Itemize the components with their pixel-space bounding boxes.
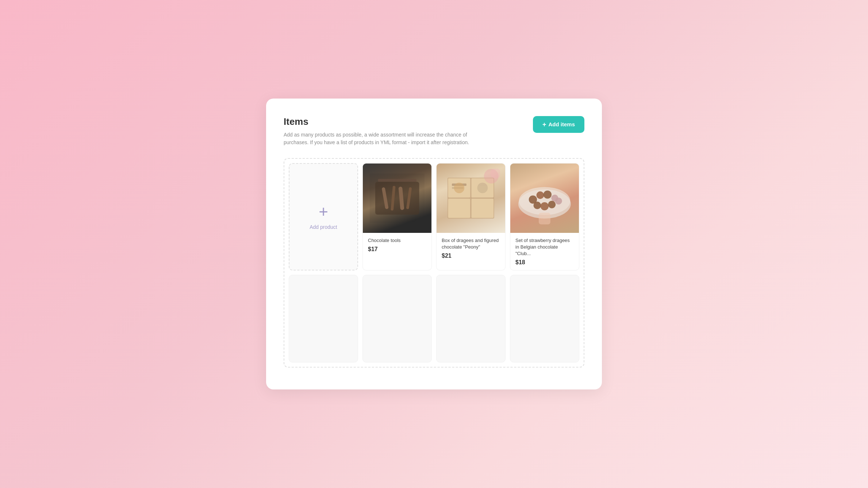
add-items-label: Add items bbox=[548, 121, 575, 127]
product-price-2: $21 bbox=[442, 253, 500, 259]
products-grid-container: + Add product bbox=[284, 158, 584, 368]
product-image-dragees bbox=[437, 164, 505, 233]
product-info-3: Set of strawberry dragees in Belgian cho… bbox=[510, 233, 579, 270]
product-name-3: Set of strawberry dragees in Belgian cho… bbox=[515, 237, 574, 257]
product-card-2[interactable]: Box of dragees and figured chocolate "Pe… bbox=[436, 163, 506, 271]
add-product-icon: + bbox=[319, 204, 328, 220]
svg-point-21 bbox=[537, 191, 544, 199]
svg-rect-11 bbox=[472, 199, 494, 218]
svg-rect-6 bbox=[370, 173, 425, 223]
product-card-1[interactable]: Chocolate tools $17 bbox=[362, 163, 432, 271]
svg-point-15 bbox=[477, 182, 488, 193]
product-price-3: $18 bbox=[515, 259, 574, 266]
product-name-2: Box of dragees and figured chocolate "Pe… bbox=[442, 237, 500, 250]
product-image-wrapper-3 bbox=[510, 164, 579, 233]
header-left: Items Add as many products as possible, … bbox=[284, 116, 488, 146]
svg-point-26 bbox=[548, 201, 556, 208]
add-product-card[interactable]: + Add product bbox=[289, 163, 358, 271]
page-header: Items Add as many products as possible, … bbox=[284, 116, 584, 146]
product-image-wrapper-2 bbox=[437, 164, 505, 233]
svg-rect-31 bbox=[539, 213, 550, 224]
products-grid: + Add product bbox=[289, 163, 579, 363]
product-info-2: Box of dragees and figured chocolate "Pe… bbox=[437, 233, 505, 264]
page-description: Add as many products as possible, a wide… bbox=[284, 131, 488, 146]
page-title: Items bbox=[284, 116, 488, 127]
product-image-choc-tools bbox=[363, 164, 431, 233]
empty-card-2 bbox=[362, 275, 432, 362]
product-price-1: $17 bbox=[368, 246, 426, 253]
add-items-button[interactable]: + Add items bbox=[533, 116, 584, 133]
product-card-3[interactable]: Set of strawberry dragees in Belgian cho… bbox=[510, 163, 579, 271]
svg-point-14 bbox=[454, 182, 465, 193]
product-image-strawberry bbox=[510, 164, 579, 233]
svg-rect-10 bbox=[448, 199, 471, 218]
empty-card-3 bbox=[436, 275, 506, 362]
svg-point-25 bbox=[541, 202, 549, 210]
svg-point-22 bbox=[544, 191, 552, 199]
product-image-wrapper-1 bbox=[363, 164, 431, 233]
product-name-1: Chocolate tools bbox=[368, 237, 426, 244]
empty-card-1 bbox=[289, 275, 358, 362]
svg-point-27 bbox=[555, 197, 562, 204]
product-info-1: Chocolate tools $17 bbox=[363, 233, 431, 257]
items-card: Items Add as many products as possible, … bbox=[266, 99, 602, 390]
add-product-label: Add product bbox=[310, 224, 337, 230]
svg-point-24 bbox=[534, 201, 541, 209]
plus-icon: + bbox=[542, 121, 546, 128]
svg-point-19 bbox=[519, 187, 571, 215]
empty-card-4 bbox=[510, 275, 579, 362]
